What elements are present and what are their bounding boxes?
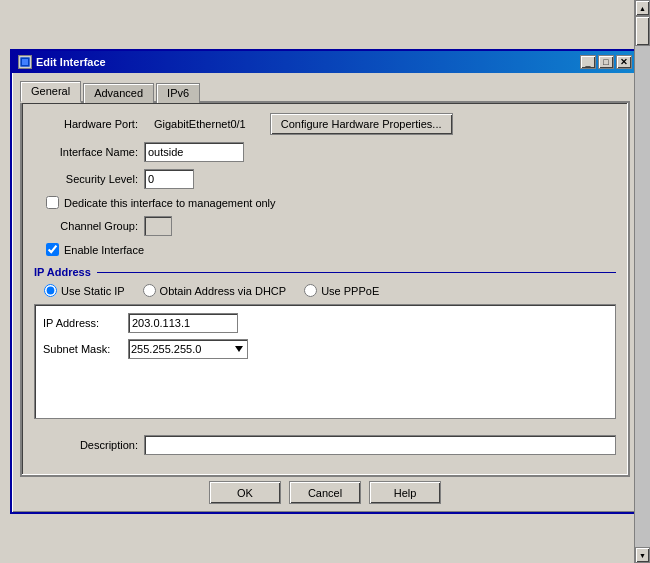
ip-address-row: IP Address: <box>43 313 607 333</box>
tab-general[interactable]: General <box>20 81 81 103</box>
description-row: Description: <box>34 435 616 455</box>
configure-hardware-button[interactable]: Configure Hardware Properties... <box>270 113 453 135</box>
interface-name-row: Interface Name: <box>34 142 616 162</box>
enable-interface-row: Enable Interface <box>46 243 616 256</box>
dhcp-label: Obtain Address via DHCP <box>160 285 287 297</box>
pppoe-label: Use PPPoE <box>321 285 379 297</box>
tab-bar: General Advanced IPv6 <box>20 81 630 103</box>
pppoe-radio[interactable] <box>304 284 317 297</box>
subnet-mask-select[interactable]: 255.255.255.0 <box>128 339 248 359</box>
scroll-up-button[interactable]: ▲ <box>635 0 650 16</box>
ip-type-radio-row: Use Static IP Obtain Address via DHCP Us… <box>44 284 616 297</box>
edit-interface-window: Edit Interface _ □ ✕ General Advanced IP… <box>10 49 640 514</box>
cancel-button[interactable]: Cancel <box>289 481 361 504</box>
title-bar: Edit Interface _ □ ✕ <box>12 51 638 73</box>
radio-dhcp: Obtain Address via DHCP <box>143 284 287 297</box>
ip-address-section-title: IP Address <box>34 266 616 278</box>
security-level-input[interactable] <box>144 169 194 189</box>
window-icon <box>18 55 32 69</box>
ip-input-container: IP Address: Subnet Mask: 255.255.255.0 ▲ <box>34 304 616 427</box>
subnet-mask-label: Subnet Mask: <box>43 343 128 355</box>
tab-advanced[interactable]: Advanced <box>83 83 154 103</box>
scroll-down-button[interactable]: ▼ <box>635 547 650 563</box>
radio-pppoe: Use PPPoE <box>304 284 379 297</box>
static-ip-label: Use Static IP <box>61 285 125 297</box>
dedicate-label: Dedicate this interface to management on… <box>64 197 276 209</box>
interface-name-input[interactable] <box>144 142 244 162</box>
channel-group-row: Channel Group: <box>34 216 616 236</box>
window-title: Edit Interface <box>36 56 106 68</box>
dhcp-radio[interactable] <box>143 284 156 297</box>
hardware-port-label: Hardware Port: <box>34 118 144 130</box>
security-level-row: Security Level: <box>34 169 616 189</box>
hardware-port-value: GigabitEthernet0/1 <box>154 118 246 130</box>
ip-scrollbar: ▲ ▼ <box>634 0 650 563</box>
minimize-button[interactable]: _ <box>580 55 596 69</box>
window-body: General Advanced IPv6 Hardware Port: Gig… <box>12 73 638 512</box>
svg-rect-1 <box>22 59 28 65</box>
channel-group-label: Channel Group: <box>34 220 144 232</box>
dedicate-checkbox[interactable] <box>46 196 59 209</box>
close-button[interactable]: ✕ <box>616 55 632 69</box>
tab-ipv6[interactable]: IPv6 <box>156 83 200 103</box>
static-ip-radio[interactable] <box>44 284 57 297</box>
scroll-track <box>635 16 650 547</box>
tab-content-general: Hardware Port: GigabitEthernet0/1 Config… <box>20 103 630 477</box>
bottom-buttons: OK Cancel Help <box>20 481 630 504</box>
subnet-mask-row: Subnet Mask: 255.255.255.0 <box>43 339 607 359</box>
ok-button[interactable]: OK <box>209 481 281 504</box>
security-level-label: Security Level: <box>34 173 144 185</box>
scroll-thumb[interactable] <box>635 16 650 46</box>
channel-group-input[interactable] <box>144 216 172 236</box>
enable-interface-label: Enable Interface <box>64 244 144 256</box>
ip-section-box: IP Address: Subnet Mask: 255.255.255.0 <box>34 304 616 419</box>
help-button[interactable]: Help <box>369 481 441 504</box>
title-buttons: _ □ ✕ <box>580 55 632 69</box>
description-label: Description: <box>34 439 144 451</box>
description-input[interactable] <box>144 435 616 455</box>
hardware-port-row: Hardware Port: GigabitEthernet0/1 Config… <box>34 113 616 135</box>
radio-static-ip: Use Static IP <box>44 284 125 297</box>
dedicate-checkbox-row: Dedicate this interface to management on… <box>46 196 616 209</box>
maximize-button[interactable]: □ <box>598 55 614 69</box>
interface-name-label: Interface Name: <box>34 146 144 158</box>
ip-address-label: IP Address: <box>43 317 128 329</box>
enable-interface-checkbox[interactable] <box>46 243 59 256</box>
ip-address-input[interactable] <box>128 313 238 333</box>
